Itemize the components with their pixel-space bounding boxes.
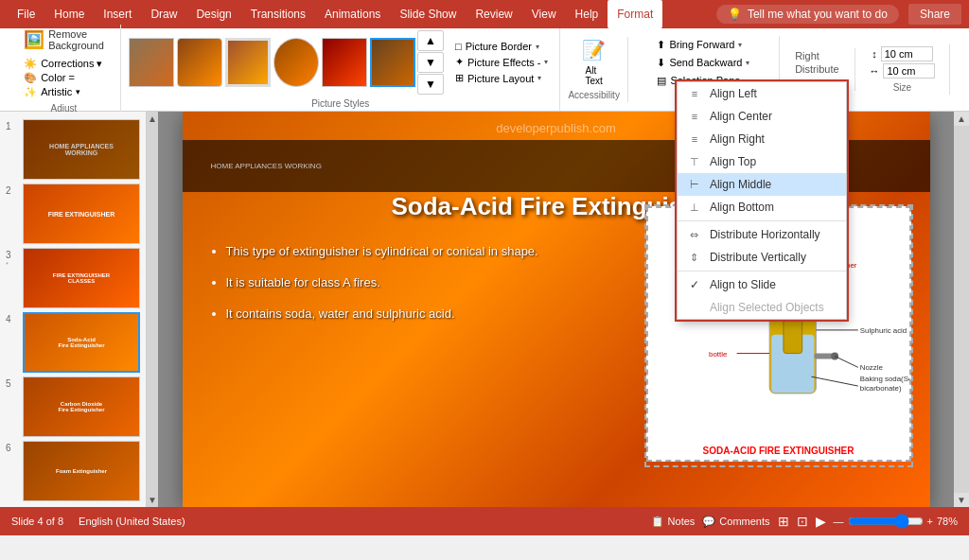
view-reading-icon[interactable]: ▶ [816, 514, 826, 529]
view-normal-icon[interactable]: ⊞ [778, 514, 789, 529]
scroll-down-styles[interactable]: ▼ [417, 52, 444, 73]
corrections-icon: ☀️ [24, 58, 37, 70]
view-slide-sorter-icon[interactable]: ⊡ [797, 514, 808, 529]
align-right-item[interactable]: ≡ Align Right [678, 128, 846, 150]
pic-style-1[interactable] [129, 38, 174, 87]
right-scroll-up[interactable]: ▲ [955, 112, 968, 126]
dropdown-sep-1 [678, 220, 846, 221]
right-scroll-down[interactable]: ▼ [955, 493, 968, 507]
zoom-slider[interactable] [848, 516, 924, 527]
pic-style-3[interactable] [225, 38, 271, 87]
design-menu[interactable]: Design [186, 0, 240, 28]
align-top-icon: ⊤ [687, 156, 702, 168]
bring-forward-button[interactable]: ⬆ Bring Forward ▾ [653, 38, 746, 52]
corrections-button[interactable]: ☀️ Corrections ▾ [20, 57, 106, 71]
comments-button[interactable]: 💬 Comments [702, 516, 769, 528]
picture-border-button[interactable]: □ Picture Border ▾ [451, 40, 552, 53]
help-menu[interactable]: Help [566, 0, 608, 28]
notes-button[interactable]: 📋 Notes [651, 516, 696, 528]
slide-thumb-1[interactable]: 1 HOME APPLIANCESWORKING [6, 119, 140, 180]
slideshow-menu[interactable]: Slide Show [390, 0, 466, 28]
slide-img-1[interactable]: HOME APPLIANCESWORKING [23, 119, 140, 180]
align-top-label: Align Top [710, 155, 756, 168]
share-button[interactable]: Share [908, 4, 961, 25]
align-center-label: Align Center [710, 110, 772, 123]
align-top-item[interactable]: ⊤ Align Top [678, 150, 846, 173]
slide-thumb-3[interactable]: 3* FIRE EXTINGUISHERCLASSES [6, 248, 140, 308]
size-group: ↕ ↔ Size [855, 44, 950, 95]
align-bottom-icon: ⊥ [687, 201, 702, 214]
align-middle-item[interactable]: ⊢ Align Middle [678, 173, 846, 196]
slide-thumb-2[interactable]: 2 FIRE EXTINGUISHER [6, 184, 140, 244]
bullet-3: It contains soda, water and sulphuric ac… [226, 306, 580, 321]
svg-rect-8 [814, 353, 833, 359]
bring-forward-label: Bring Forward [669, 39, 734, 50]
scroll-up-styles[interactable]: ▲ [417, 30, 444, 51]
align-center-item[interactable]: ≡ Align Center [678, 105, 846, 128]
color-button[interactable]: 🎨 Color = [20, 71, 106, 85]
height-input[interactable] [881, 46, 933, 61]
height-icon: ↕ [872, 48, 877, 60]
dark-bar-text: HOME APPLIANCES WORKING [211, 162, 322, 170]
picture-effects-button[interactable]: ✦ Picture Effects - ▾ [451, 55, 552, 69]
slide-num-5: 5 [6, 376, 17, 389]
svg-text:bottle: bottle [709, 349, 728, 358]
remove-bg-label: RemoveBackground [48, 28, 104, 51]
width-input[interactable] [883, 63, 935, 79]
picture-layout-button[interactable]: ⊞ Picture Layout ▾ [451, 71, 552, 85]
artistic-effects-button[interactable]: ✨ Artistic ▾ [20, 85, 106, 99]
slide-content: This type of extinguisher is cylindrical… [211, 244, 580, 338]
zoom-out-button[interactable]: — [834, 516, 844, 527]
slide-img-6[interactable]: Foam Extinguisher [23, 441, 140, 501]
slide-img-5[interactable]: Carbon DioxideFire Extinguisher [23, 376, 140, 437]
send-backward-button[interactable]: ⬇ Send Backward ▾ [653, 56, 753, 70]
alt-text-label: AltText [586, 65, 603, 86]
pic-style-2[interactable] [177, 38, 222, 87]
align-left-label: Align Left [710, 87, 757, 100]
align-left-item[interactable]: ≡ Align Left [678, 82, 846, 105]
align-selected-item[interactable]: Align Selected Objects [678, 296, 846, 319]
align-left-icon: ≡ [687, 88, 702, 99]
right-scroll-track [954, 126, 969, 493]
draw-menu[interactable]: Draw [141, 0, 186, 28]
align-to-slide-item[interactable]: ✓ Align to Slide [678, 273, 846, 296]
comments-label: Comments [719, 516, 769, 527]
slide-thumb-5[interactable]: 5 Carbon DioxideFire Extinguisher [6, 376, 140, 437]
send-backward-icon: ⬇ [657, 57, 665, 69]
remove-background-button[interactable]: 🖼️ RemoveBackground [20, 26, 108, 53]
lightbulb-icon: 💡 [728, 8, 742, 21]
pic-style-4[interactable] [273, 38, 319, 87]
pic-style-6[interactable] [370, 38, 415, 87]
distribute-h-icon: ⇔ [687, 229, 702, 241]
view-menu[interactable]: View [522, 0, 566, 28]
align-bottom-label: Align Bottom [710, 201, 774, 214]
pic-style-5[interactable] [322, 38, 367, 87]
picture-layout-label: Picture Layout [467, 73, 534, 84]
slide-thumb-4[interactable]: 4 Soda-AcidFire Extinguisher [6, 312, 140, 373]
scroll-up-arrow[interactable]: ▲ [147, 112, 159, 126]
slide-thumb-6[interactable]: 6 Foam Extinguisher [6, 441, 140, 501]
artistic-label: Artistic [41, 86, 72, 97]
more-styles[interactable]: ▼ [417, 74, 444, 95]
checkmark-icon: ✓ [687, 278, 702, 291]
slide-num-4: 4 [6, 312, 17, 324]
tell-me-box[interactable]: 💡 Tell me what you want to do [716, 5, 899, 24]
align-group: Right Distribute Arrange ≡ Align Left ≡ … [780, 48, 855, 91]
slide-img-3[interactable]: FIRE EXTINGUISHERCLASSES [23, 248, 140, 308]
color-label: Color = [41, 72, 75, 83]
left-scroll: ▲ ▼ [147, 112, 158, 507]
distribute-h-item[interactable]: ⇔ Distribute Horizontally [678, 223, 846, 246]
align-bottom-item[interactable]: ⊥ Align Bottom [678, 196, 846, 219]
scroll-down-arrow[interactable]: ▼ [147, 493, 159, 507]
picture-border-icon: □ [455, 41, 462, 52]
slide-img-4[interactable]: Soda-AcidFire Extinguisher [23, 312, 140, 373]
zoom-in-button[interactable]: + [927, 516, 933, 527]
dropdown-sep-2 [678, 271, 846, 271]
review-menu[interactable]: Review [466, 0, 521, 28]
distribute-h-label: Distribute Horizontally [710, 228, 820, 241]
distribute-v-item[interactable]: ⇕ Distribute Vertically [678, 246, 846, 269]
format-menu[interactable]: Format [608, 0, 662, 28]
animations-menu[interactable]: Animations [315, 0, 390, 28]
slide-img-2[interactable]: FIRE EXTINGUISHER [23, 184, 140, 244]
transitions-menu[interactable]: Transitions [241, 0, 315, 28]
